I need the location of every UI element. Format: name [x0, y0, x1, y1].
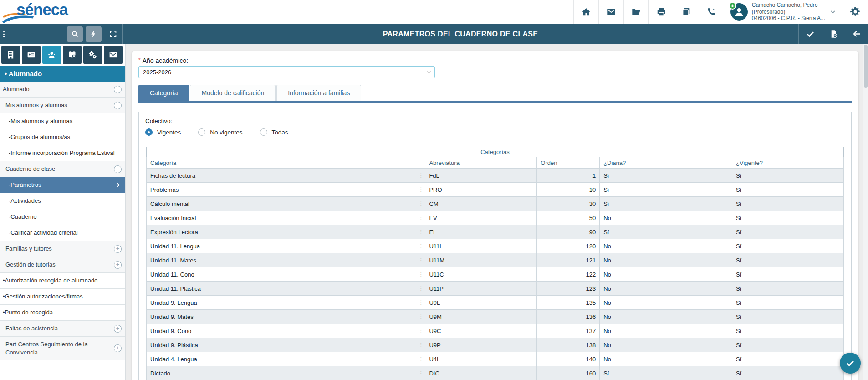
cell-categoria[interactable]: Fichas de lectura⋮: [147, 169, 425, 183]
drag-handle-icon[interactable]: ⋮: [418, 328, 424, 334]
sidebar-item-parámetros[interactable]: -Parámetros: [0, 177, 125, 193]
cell-categoria[interactable]: Expresión Lectora⋮: [147, 225, 425, 239]
plus-circle-icon[interactable]: +: [114, 245, 122, 253]
table-row[interactable]: Unidad 11. Plástica⋮U11P123NoSí: [147, 282, 844, 296]
settings-button[interactable]: [842, 0, 868, 24]
doc-add-button[interactable]: [822, 24, 845, 44]
sidebar-item-mis-alumnos-y-alumnas[interactable]: -Mis alumnos y alumnas: [0, 113, 125, 129]
drag-handle-icon[interactable]: ⋮: [418, 173, 424, 178]
sidebar-item-grupos-de-alumnos-as[interactable]: -Grupos de alumnos/as: [0, 129, 125, 145]
search-button[interactable]: [67, 26, 83, 42]
drag-handle-icon[interactable]: ⋮: [418, 300, 424, 305]
column-header-vigente[interactable]: ¿Vigente?: [732, 157, 844, 169]
plus-circle-icon[interactable]: +: [114, 325, 122, 333]
scrollbar-thumb[interactable]: [864, 45, 868, 88]
radio-no-vigentes[interactable]: No vigentes: [198, 128, 242, 136]
cell-categoria[interactable]: Unidad 9. Lengua⋮: [147, 296, 425, 310]
radio-button-icon[interactable]: [260, 128, 267, 136]
drag-handle-icon[interactable]: ⋮: [418, 215, 424, 221]
drag-handle-icon[interactable]: ⋮: [418, 356, 424, 362]
table-row[interactable]: Unidad 11. Mates⋮U11M121NoSí: [147, 253, 844, 267]
fullscreen-button[interactable]: [104, 24, 123, 44]
drag-handle-icon[interactable]: ⋮: [418, 314, 424, 319]
table-row[interactable]: Unidad 4. Lengua⋮U4L140NoSí: [147, 352, 844, 366]
table-row[interactable]: Problemas⋮PRO10SíSí: [147, 183, 844, 197]
minus-circle-icon[interactable]: −: [114, 102, 122, 109]
sidebar-item-actividades[interactable]: -Actividades: [0, 193, 125, 209]
sidebar-item-cuaderno-de-clase[interactable]: Cuaderno de clase−: [0, 161, 125, 177]
cell-categoria[interactable]: Unidad 11. Plástica⋮: [147, 282, 425, 296]
table-row[interactable]: Unidad 11. Lengua⋮U11L120NoSí: [147, 239, 844, 253]
confirm-fab-button[interactable]: [840, 353, 861, 374]
back-button[interactable]: [845, 24, 868, 44]
table-row[interactable]: Cálculo mental⋮CM30SíSí: [147, 197, 844, 211]
sidebar-item-calificar-actividad-criterial[interactable]: -Calificar actividad criterial: [0, 225, 125, 241]
drag-handle-icon[interactable]: ⋮: [418, 257, 424, 263]
sidebar-item-punto-de-recogida[interactable]: •Punto de recogida: [0, 305, 125, 321]
column-header-categoría[interactable]: Categoría: [147, 157, 425, 169]
plus-circle-icon[interactable]: +: [114, 261, 122, 269]
minus-circle-icon[interactable]: −: [114, 86, 122, 93]
sidebar-tab-id-card[interactable]: [22, 46, 41, 64]
sidebar-item-gestión-autorizaciones-firmas[interactable]: •Gestión autorizaciones/firmas: [0, 289, 125, 305]
vertical-scrollbar[interactable]: [863, 44, 868, 380]
sidebar-item-informe-incorporación-programa-estival[interactable]: -Informe incorporación Programa Estival: [0, 145, 125, 161]
table-row[interactable]: Unidad 9. Mates⋮U9M136NoSí: [147, 310, 844, 324]
column-header-diaria[interactable]: ¿Diaria?: [600, 157, 732, 169]
drag-handle-icon[interactable]: ⋮: [418, 229, 424, 235]
mail-button[interactable]: [599, 0, 623, 24]
drag-handle-icon[interactable]: ⋮: [418, 370, 424, 376]
cell-categoria[interactable]: Unidad 9. Plástica⋮: [147, 338, 425, 352]
tab-información-a-familias[interactable]: Información a familias: [276, 85, 361, 101]
menu-dots-button[interactable]: [2, 28, 10, 40]
table-row[interactable]: Fichas de lectura⋮FdL1SíSí: [147, 169, 844, 183]
cell-categoria[interactable]: Unidad 9. Mates⋮: [147, 310, 425, 324]
table-row[interactable]: Unidad 9. Plástica⋮U9P138NoSí: [147, 338, 844, 352]
sidebar-item-familias-y-tutores[interactable]: Familias y tutores+: [0, 241, 125, 257]
drag-handle-icon[interactable]: ⋮: [418, 187, 424, 192]
sidebar-tab-envelope[interactable]: [104, 46, 123, 64]
phone-button[interactable]: [699, 0, 724, 24]
drag-handle-icon[interactable]: ⋮: [418, 201, 424, 206]
sidebar-item-mis-alumnos-y-alumnas[interactable]: Mis alumnos y alumnas−: [0, 98, 125, 113]
sidebar-tab-book-gear[interactable]: [63, 46, 82, 64]
quick-access-button[interactable]: [86, 26, 102, 42]
sidebar-tab-building[interactable]: [1, 46, 20, 64]
accept-button[interactable]: [798, 24, 822, 44]
cell-categoria[interactable]: Cálculo mental⋮: [147, 197, 425, 211]
tab-modelo-de-calificación[interactable]: Modelo de calificación: [190, 85, 276, 101]
radio-vigentes[interactable]: Vigentes: [145, 128, 181, 136]
sidebar-tab-student[interactable]: [42, 46, 61, 64]
cell-categoria[interactable]: Evaluación Inicial⋮: [147, 211, 425, 225]
table-row[interactable]: Dictado⋮DIC160SíSí: [147, 366, 844, 380]
radio-todas[interactable]: Todas: [260, 128, 288, 136]
table-row[interactable]: Evaluación Inicial⋮EV50NoSí: [147, 211, 844, 225]
radio-button-icon[interactable]: [145, 128, 153, 136]
drag-handle-icon[interactable]: ⋮: [418, 272, 424, 277]
tab-categoría[interactable]: Categoría: [138, 85, 189, 101]
drag-handle-icon[interactable]: ⋮: [418, 286, 424, 291]
plus-circle-icon[interactable]: +: [114, 344, 122, 352]
drag-handle-icon[interactable]: ⋮: [418, 342, 424, 348]
copy-button[interactable]: [674, 0, 699, 24]
column-header-abreviatura[interactable]: Abreviatura: [425, 157, 537, 169]
cell-categoria[interactable]: Unidad 4. Lengua⋮: [147, 352, 425, 366]
table-row[interactable]: Unidad 9. Lengua⋮U9L135NoSí: [147, 296, 844, 310]
sidebar-tab-gears[interactable]: [83, 46, 102, 64]
minus-circle-icon[interactable]: −: [114, 165, 122, 173]
user-menu[interactable]: Camacho Camacho, Pedro (Profesorado) 046…: [724, 0, 842, 24]
cell-categoria[interactable]: Unidad 11. Cono⋮: [147, 267, 425, 282]
table-row[interactable]: Expresión Lectora⋮EL90SíSí: [147, 225, 844, 239]
sidebar-item-autorización-recogida-de-alumnado[interactable]: •Autorización recogida de alumnado: [0, 273, 125, 289]
table-row[interactable]: Unidad 9. Cono⋮U9C137NoSí: [147, 324, 844, 338]
sidebar-item-alumnado[interactable]: Alumnado−: [0, 82, 125, 98]
sidebar-item-gestión-de-tutorías[interactable]: Gestión de tutorías+: [0, 257, 125, 273]
cell-categoria[interactable]: Dictado⋮: [147, 366, 425, 380]
sidebar-item-cuaderno[interactable]: -Cuaderno: [0, 209, 125, 225]
sidebar-item-faltas-de-asistencia[interactable]: Faltas de asistencia+: [0, 321, 125, 337]
column-header-orden[interactable]: Orden: [537, 157, 600, 169]
folder-button[interactable]: [624, 0, 648, 24]
table-row[interactable]: Unidad 11. Cono⋮U11C122NoSí: [147, 267, 844, 282]
radio-button-icon[interactable]: [198, 128, 205, 136]
printer-button[interactable]: [649, 0, 674, 24]
